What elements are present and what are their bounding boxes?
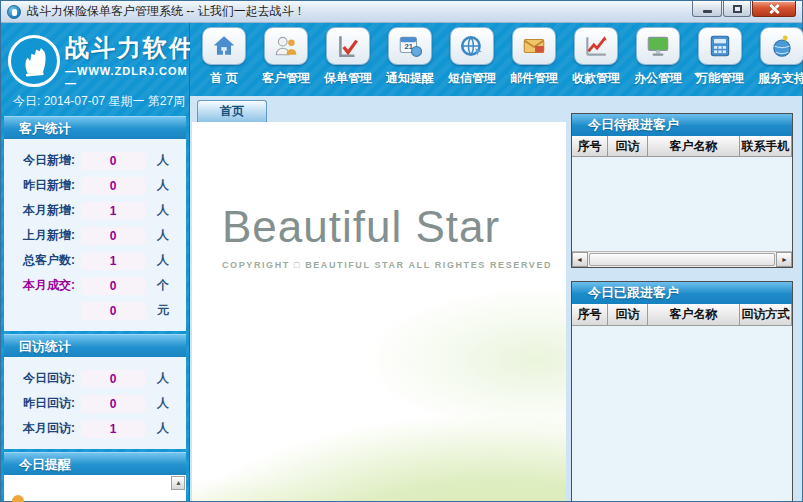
grid-header: 序号 回访 客户名称 联系手机 [572, 136, 792, 157]
stat-value: 0 [81, 302, 145, 320]
maximize-button[interactable] [723, 1, 751, 17]
stat-label: 总客户数: [9, 252, 75, 269]
toolbar-item-sms[interactable]: 短信管理 [441, 27, 503, 96]
stat-row: 总客户数: 1 人 [9, 248, 181, 273]
logo-area: 战斗力软件 —WWW.ZDLRJ.COM— 今日: 2014-07-07 星期一… [1, 23, 189, 113]
toolbar-item-universal[interactable]: 万能管理 [689, 27, 751, 96]
stat-unit: 人 [145, 227, 181, 244]
column-header-customer-name: 客户名称 [648, 136, 740, 156]
toolbar-item-label: 邮件管理 [503, 70, 565, 87]
toolbar-item-label: 通知提醒 [379, 70, 441, 87]
email-icon [512, 27, 556, 65]
toolbar-item-label: 收款管理 [565, 70, 627, 87]
section-header-today-reminders: 今日提醒 [4, 452, 186, 475]
toolbar-item-label: 服务支持 [751, 70, 803, 87]
stat-unit: 人 [145, 420, 181, 437]
stat-value: 0 [81, 227, 145, 245]
window-title: 战斗力保险保单客户管理系统 -- 让我们一起去战斗！ [27, 3, 306, 20]
panel-title: 今日已跟进客户 [572, 282, 792, 304]
toolbar-item-reminder[interactable]: 21 通知提醒 [379, 27, 441, 96]
stat-unit: 元 [145, 302, 181, 319]
toolbar-item-payment[interactable]: 收款管理 [565, 27, 627, 96]
toolbar-item-support[interactable]: 服务支持 [751, 27, 803, 96]
horizontal-scrollbar[interactable] [572, 251, 792, 267]
universal-icon [698, 27, 742, 65]
watermark: Beautiful Star COPYRIGHT □ BEAUTIFUL STA… [222, 202, 552, 270]
column-header-visit-method: 回访方式 [740, 304, 792, 325]
stat-label: 昨日回访: [9, 395, 75, 412]
toolbar-item-policy[interactable]: 保单管理 [317, 27, 379, 96]
panel-title: 今日待跟进客户 [572, 114, 792, 136]
tab-strip: 首页 [192, 96, 566, 122]
toolbar-item-customers[interactable]: 客户管理 [255, 27, 317, 96]
stat-row: 0 元 [9, 298, 181, 323]
policy-icon [326, 27, 370, 65]
toolbar-item-label: 首 页 [193, 70, 255, 87]
toolbar-item-label: 短信管理 [441, 70, 503, 87]
tab-home[interactable]: 首页 [197, 100, 267, 122]
stat-value: 0 [81, 152, 145, 170]
column-header-visit: 回访 [608, 136, 648, 156]
stat-row: 今日回访: 0 人 [9, 366, 181, 391]
scroll-right-button[interactable] [776, 252, 792, 267]
stat-unit: 人 [145, 152, 181, 169]
reminder-icon: 21 [388, 27, 432, 65]
customers-icon [264, 27, 308, 65]
toolbar: 首 页 客户管理 保单管理 21 [190, 23, 802, 96]
stat-row: 今日新增: 0 人 [9, 148, 181, 173]
home-icon [202, 27, 246, 65]
logo-subtitle: —WWW.ZDLRJ.COM— [65, 65, 195, 89]
column-header-customer-name: 客户名称 [648, 304, 740, 325]
stat-row: 本月新增: 1 人 [9, 198, 181, 223]
tab-home-label: 首页 [220, 103, 244, 120]
app-icon [7, 5, 21, 19]
section-header-customer-stats: 客户统计 [4, 116, 186, 139]
grid-body [572, 326, 792, 501]
stat-unit: 人 [145, 177, 181, 194]
stat-row: 本月回访: 1 人 [9, 416, 181, 441]
minimize-button[interactable] [692, 1, 722, 17]
stat-value: 0 [81, 395, 145, 413]
customer-stats-body: 今日新增: 0 人 昨日新增: 0 人 本月新增: 1 人 [4, 139, 186, 331]
office-icon [636, 27, 680, 65]
watermark-title: Beautiful Star [222, 202, 552, 252]
stat-value: 0 [81, 177, 145, 195]
stat-unit: 人 [145, 252, 181, 269]
column-header-seq: 序号 [572, 304, 608, 325]
stat-row: 昨日新增: 0 人 [9, 173, 181, 198]
stat-row: 本月成交: 0 个 [9, 273, 181, 298]
toolbar-item-home[interactable]: 首 页 [193, 27, 255, 96]
stat-label: 本月新增: [9, 202, 75, 219]
close-button[interactable] [752, 1, 796, 17]
stat-unit: 人 [145, 370, 181, 387]
toolbar-item-email[interactable]: 邮件管理 [503, 27, 565, 96]
scroll-up-button[interactable] [171, 476, 185, 490]
scrollbar-thumb[interactable] [589, 253, 775, 266]
grid-header: 序号 回访 客户名称 回访方式 [572, 304, 792, 326]
column-header-visit: 回访 [608, 304, 648, 325]
today-reminders-body [4, 475, 186, 501]
logo-title: 战斗力软件 [65, 32, 195, 64]
column-header-seq: 序号 [572, 136, 608, 156]
toolbar-item-label: 保单管理 [317, 70, 379, 87]
sms-icon [450, 27, 494, 65]
maximize-icon [733, 5, 742, 13]
stat-unit: 人 [145, 395, 181, 412]
window-controls [691, 1, 796, 17]
payment-icon [574, 27, 618, 65]
scroll-left-button[interactable] [572, 252, 588, 267]
right-panels: 今日待跟进客户 序号 回访 客户名称 联系手机 [566, 96, 802, 501]
stat-label: 本月回访: [9, 420, 75, 437]
stat-label: 昨日新增: [9, 177, 75, 194]
home-canvas: Beautiful Star COPYRIGHT □ BEAUTIFUL STA… [192, 122, 566, 501]
stat-unit: 个 [145, 277, 181, 294]
fist-logo-icon [8, 35, 60, 87]
stat-value: 0 [81, 277, 145, 295]
minimize-icon [703, 10, 712, 13]
app-window: 战斗力保险保单客户管理系统 -- 让我们一起去战斗！ 战斗力软件 [0, 0, 803, 502]
watermark-copyright: COPYRIGHT □ BEAUTIFUL STAR ALL RIGHTES R… [222, 260, 552, 270]
toolbar-item-label: 办公管理 [627, 70, 689, 87]
toolbar-overflow-caret-icon[interactable] [694, 73, 702, 78]
stat-value: 0 [81, 370, 145, 388]
toolbar-item-office[interactable]: 办公管理 [627, 27, 689, 96]
